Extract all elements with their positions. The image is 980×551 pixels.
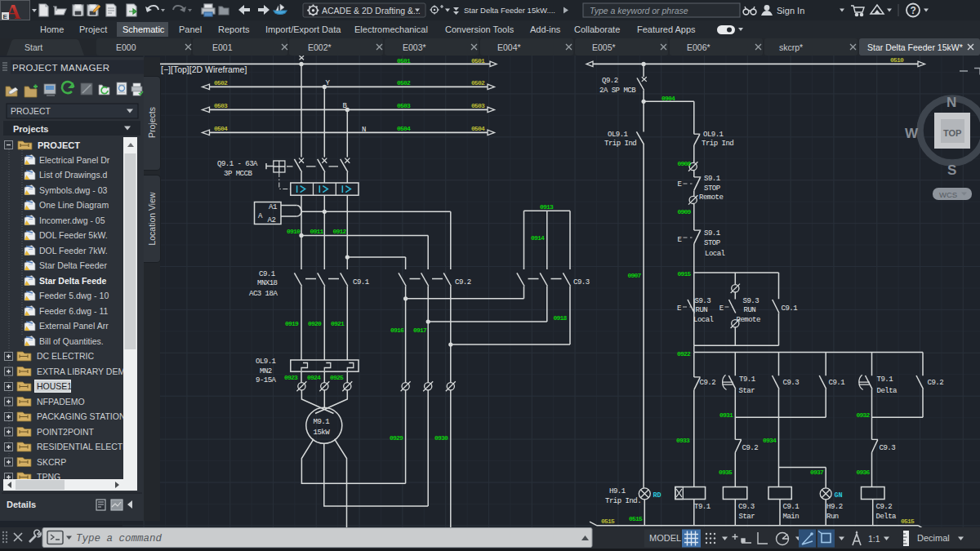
svg-text:Star Delta Feeder: Star Delta Feeder	[39, 260, 107, 270]
svg-text:Symbols.dwg - 03: Symbols.dwg - 03	[39, 185, 108, 195]
svg-text:ACADE & 2D Drafting &...: ACADE & 2D Drafting &...	[322, 6, 421, 16]
svg-text:0917: 0917	[413, 327, 427, 334]
svg-text:0922: 0922	[677, 350, 691, 358]
svg-text:E: E	[678, 180, 682, 189]
svg-text:0907: 0907	[628, 272, 642, 279]
svg-text:0914: 0914	[531, 234, 545, 242]
svg-text:N: N	[947, 95, 956, 110]
svg-text:2A SP MCB: 2A SP MCB	[599, 87, 636, 95]
svg-text:0503: 0503	[471, 102, 485, 109]
svg-text:0921: 0921	[331, 320, 345, 327]
svg-text:C9.2: C9.2	[700, 379, 716, 387]
svg-text:C9.1: C9.1	[782, 304, 798, 313]
svg-text:Star: Star	[739, 387, 755, 395]
svg-text:15kW: 15kW	[314, 429, 331, 437]
svg-text:0932: 0932	[857, 411, 871, 419]
svg-text:0502: 0502	[471, 79, 485, 87]
svg-text:Incomer.dwg - 05: Incomer.dwg - 05	[39, 216, 105, 225]
svg-text:C9.1: C9.1	[353, 278, 369, 287]
svg-text:MNX18: MNX18	[257, 279, 278, 287]
svg-text:H9.2: H9.2	[826, 503, 843, 511]
svg-text:Panel: Panel	[179, 24, 202, 34]
svg-text:C9.1: C9.1	[829, 379, 845, 387]
svg-text:M9.1: M9.1	[314, 418, 330, 426]
svg-text:EXTRA LIBRARY DEM: EXTRA LIBRARY DEM	[37, 367, 125, 376]
svg-text:S9.3: S9.3	[695, 297, 711, 305]
svg-text:0502: 0502	[214, 79, 228, 87]
svg-text:Trip Ind: Trip Ind	[702, 140, 733, 148]
svg-text:E004*: E004*	[497, 42, 521, 52]
svg-text:RUN: RUN	[744, 306, 756, 314]
svg-text:0501: 0501	[471, 57, 485, 64]
svg-text:Main: Main	[783, 513, 800, 521]
svg-text:OL9.1: OL9.1	[256, 358, 276, 366]
svg-text:Project: Project	[79, 24, 107, 34]
svg-text:0923: 0923	[284, 374, 298, 381]
svg-text:0515: 0515	[901, 518, 915, 525]
svg-text:E003*: E003*	[403, 42, 426, 52]
svg-text:SKCRP: SKCRP	[37, 457, 66, 467]
svg-text:0918: 0918	[554, 314, 568, 322]
svg-text:C9.3: C9.3	[738, 503, 755, 511]
svg-text:Schematic: Schematic	[122, 24, 165, 34]
svg-text:E005*: E005*	[592, 42, 616, 52]
svg-text:DC ELECTRIC: DC ELECTRIC	[37, 351, 94, 361]
svg-text:Import/Export Data: Import/Export Data	[265, 24, 341, 34]
svg-text:Featured Apps: Featured Apps	[637, 24, 696, 34]
svg-text:0504: 0504	[214, 125, 228, 132]
svg-text:TOP: TOP	[943, 128, 961, 138]
svg-text:PROJECT MANAGER: PROJECT MANAGER	[12, 63, 109, 73]
svg-text:Sign In: Sign In	[777, 6, 804, 16]
svg-text:S: S	[947, 162, 956, 178]
svg-text:Add-ins: Add-ins	[530, 24, 561, 34]
svg-text:A1: A1	[269, 203, 277, 211]
svg-text:0502: 0502	[397, 79, 411, 87]
svg-text:RD: RD	[653, 491, 662, 500]
svg-text:Q9.1 - 63A: Q9.1 - 63A	[217, 160, 258, 168]
svg-text:Start: Start	[24, 42, 42, 52]
svg-text:HOUSE1: HOUSE1	[37, 381, 72, 391]
svg-text:PROJECT: PROJECT	[38, 140, 80, 150]
svg-text:WCS: WCS	[939, 190, 957, 199]
svg-text:0915: 0915	[678, 270, 692, 278]
svg-text:Delta: Delta	[876, 513, 898, 521]
svg-text:C9.2: C9.2	[876, 503, 893, 511]
svg-text:0936: 0936	[857, 469, 871, 476]
svg-text:C9.3: C9.3	[880, 444, 896, 452]
svg-text:T9.1: T9.1	[739, 375, 755, 384]
svg-text:0913: 0913	[540, 203, 554, 211]
svg-text:C9.1: C9.1	[259, 270, 275, 278]
svg-text:MN2: MN2	[260, 367, 272, 375]
svg-text:C9.3: C9.3	[783, 379, 800, 387]
svg-text:0904: 0904	[662, 95, 675, 102]
svg-text:Feeder 6.dwg - 11: Feeder 6.dwg - 11	[39, 306, 109, 316]
svg-text:Home: Home	[40, 24, 64, 34]
svg-text:Trip Ind.: Trip Ind.	[605, 497, 641, 505]
svg-text:Star Delta Feede: Star Delta Feede	[39, 276, 106, 286]
svg-text:Star: Star	[739, 513, 755, 521]
svg-text:E000: E000	[116, 42, 136, 52]
svg-text:POINT2POINT: POINT2POINT	[37, 427, 95, 437]
svg-text:E: E	[678, 236, 682, 244]
svg-text:Trip Ind: Trip Ind	[604, 140, 636, 148]
svg-text:C9.3: C9.3	[573, 278, 590, 287]
svg-text:E: E	[3, 13, 8, 20]
svg-text:0910: 0910	[287, 228, 301, 235]
svg-text:Remote: Remote	[699, 193, 724, 202]
svg-text:0920: 0920	[308, 320, 322, 327]
svg-text:0931: 0931	[719, 411, 733, 419]
svg-text:0501: 0501	[397, 57, 411, 64]
svg-text:E: E	[677, 304, 681, 313]
svg-text:Projects: Projects	[13, 124, 48, 134]
svg-text:C9.2: C9.2	[742, 444, 759, 452]
svg-text:N: N	[362, 126, 366, 134]
svg-text:9-15A: 9-15A	[256, 376, 277, 384]
svg-text:RESIDENTIAL ELECTRI: RESIDENTIAL ELECTRI	[37, 442, 131, 451]
svg-text:0503: 0503	[397, 102, 411, 109]
svg-text:Remote: Remote	[737, 316, 761, 324]
svg-text:0504: 0504	[471, 125, 485, 132]
svg-text:Decimal: Decimal	[917, 533, 950, 543]
svg-text:RUN: RUN	[696, 306, 708, 314]
svg-text:List of Drawings.d: List of Drawings.d	[39, 170, 108, 180]
svg-text:skcrp*: skcrp*	[779, 42, 803, 52]
